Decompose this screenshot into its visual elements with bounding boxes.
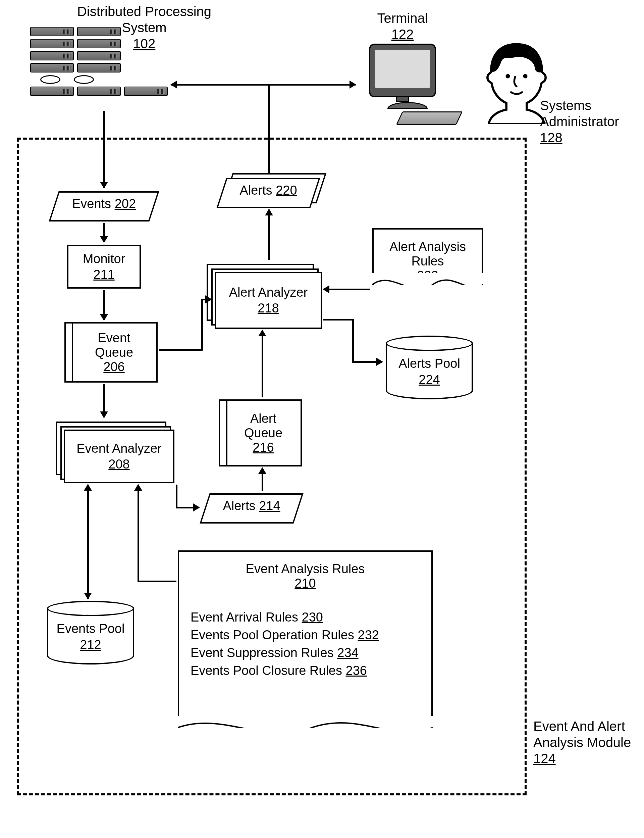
terminal-num: 122	[391, 27, 414, 42]
rule-line-1: Events Pool Operation Rules 232	[191, 628, 420, 642]
svg-point-1	[523, 74, 527, 79]
alerts-mid-num: 214	[259, 499, 280, 513]
alerts-pool-node: Alerts Pool224	[386, 336, 473, 399]
arrow-218-220	[268, 209, 270, 260]
svg-point-0	[506, 74, 510, 79]
module-label: Event And Alert Analysis Module 124	[533, 718, 641, 767]
alert-queue-num: 216	[226, 440, 301, 455]
arrow-evrules-evan-h	[138, 581, 176, 582]
module-text: Event And Alert Analysis Module	[533, 719, 631, 750]
alert-analyzer-node: Alert Analyzer 218	[215, 272, 322, 329]
alerts-pool-text: Alerts Pool	[399, 356, 460, 370]
alerts-top-num: 220	[276, 183, 297, 198]
monitor-text: Monitor	[83, 251, 125, 267]
alerts-top-node: Alerts 220	[222, 178, 315, 208]
arrow-evrules-evan-v	[138, 485, 139, 582]
monitor-node: Monitor 211	[67, 245, 141, 289]
arrow-evan-alerts214	[176, 507, 199, 509]
event-queue-node: Event Queue 206	[71, 322, 158, 383]
alert-queue-node: Alert Queue 216	[225, 399, 302, 466]
arrow-evq-alertan-v	[201, 300, 203, 351]
alerts-mid-text: Alerts	[223, 499, 255, 513]
events-num: 202	[115, 197, 136, 211]
arrow-218-224h2	[352, 361, 383, 363]
alerts-top-text: Alerts	[240, 183, 272, 198]
admin-num: 128	[540, 130, 562, 145]
event-rules-title: Event Analysis Rules	[246, 562, 365, 576]
rule-line-2: Event Suppression Rules 234	[191, 646, 420, 660]
arrow-evq-alertan-h2	[201, 299, 211, 300]
arrow-218-224h	[324, 319, 353, 321]
arrow-evan-alerts214v	[176, 485, 177, 508]
arrow-218-224v	[352, 319, 354, 362]
events-text: Events	[72, 197, 111, 211]
arrow-queue-analyzer	[104, 384, 105, 418]
events-pool-node: Events Pool212	[47, 601, 134, 665]
rule-line-3: Events Pool Closure Rules 236	[191, 663, 420, 678]
arrow-events-monitor	[104, 223, 105, 242]
arrow-alerts-terminal-v	[268, 84, 270, 175]
admin-text: Systems Administrator	[540, 98, 619, 129]
event-queue-num: 206	[72, 360, 156, 374]
event-analyzer-num: 208	[108, 456, 130, 473]
module-num: 124	[533, 751, 556, 766]
event-rules-node: Event Analysis Rules 210 Event Arrival R…	[178, 550, 433, 738]
admin-label: Systems Administrator 128	[540, 97, 641, 146]
event-analyzer-text: Event Analyzer	[77, 441, 161, 457]
alert-rules-node: Alert Analysis Rules 222	[372, 228, 483, 295]
alert-analyzer-num: 218	[258, 300, 279, 316]
terminal-label: Terminal 122	[352, 10, 453, 42]
arrow-monitor-queue	[104, 290, 105, 320]
alert-rules-text: Alert Analysis Rules	[389, 240, 466, 268]
diagram-canvas: Distributed Processing System 102 Termin…	[17, 10, 627, 822]
event-queue-text: Event Queue	[72, 331, 156, 360]
alert-analyzer-text: Alert Analyzer	[229, 285, 307, 301]
events-node: Events 202	[54, 191, 154, 222]
event-analyzer-node: Event Analyzer 208	[64, 430, 174, 483]
alert-queue-text: Alert Queue	[226, 412, 301, 440]
monitor-num: 211	[93, 267, 114, 283]
server-cluster	[30, 27, 171, 99]
events-pool-num: 212	[80, 638, 101, 652]
arrow-evq-alertan	[159, 349, 202, 351]
arrow-evan-pool	[87, 485, 89, 599]
arrow-216-218	[261, 330, 263, 397]
arrow-alerts-terminal-h	[268, 84, 356, 86]
events-pool-text: Events Pool	[57, 622, 125, 635]
event-rules-num: 210	[191, 576, 420, 591]
arrow-dps-events	[104, 111, 105, 188]
alerts-pool-num: 224	[419, 372, 440, 387]
terminal-icon	[359, 44, 446, 125]
arrow-214-216	[261, 468, 263, 491]
arrow-222-218	[324, 289, 370, 290]
alerts-mid-node: Alerts 214	[205, 493, 299, 524]
terminal-text: Terminal	[377, 11, 428, 26]
rule-line-0: Event Arrival Rules 230	[191, 610, 420, 624]
